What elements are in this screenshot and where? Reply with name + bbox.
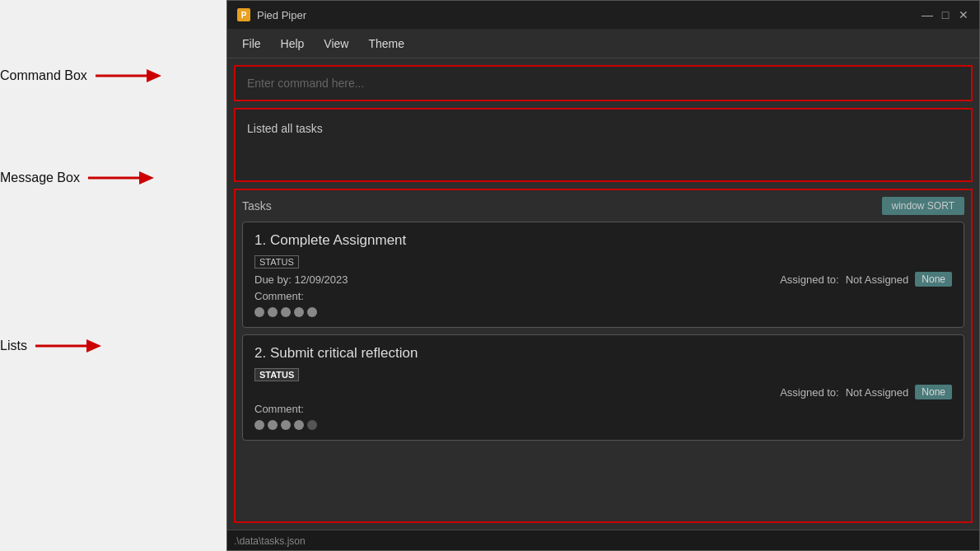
- command-input[interactable]: [236, 67, 971, 100]
- task-1-status: STATUS: [254, 254, 952, 272]
- dot: [294, 307, 304, 317]
- svg-marker-1: [147, 69, 161, 82]
- annotation-arrow-1: [96, 66, 161, 86]
- close-button[interactable]: ✕: [958, 9, 969, 21]
- dot: [294, 420, 304, 430]
- annotation-lists: Lists: [0, 336, 226, 356]
- annotation-command-box: Command Box: [0, 66, 226, 86]
- status-text: .\data\tasks.json: [234, 535, 306, 547]
- tasks-label: Tasks: [242, 199, 272, 212]
- menu-help[interactable]: Help: [273, 34, 313, 54]
- task-1-dots: [254, 307, 952, 317]
- menu-theme[interactable]: Theme: [360, 34, 413, 54]
- task-card-1: 1. Complete Assignment STATUS Due by: 12…: [242, 222, 964, 328]
- task-2-dots: [254, 420, 952, 430]
- main-window: P Pied Piper — □ ✕ File Help View Theme …: [226, 0, 980, 551]
- main-content: Listed all tasks Tasks window SORT 1. Co…: [227, 58, 979, 530]
- annotation-lists-label: Lists: [0, 339, 27, 353]
- dot: [254, 307, 264, 317]
- app-icon: P: [237, 8, 250, 21]
- task-1-meta: Due by: 12/09/2023 Assigned to: Not Assi…: [254, 272, 952, 287]
- task-2-status: STATUS: [254, 367, 952, 385]
- tasks-area: Tasks window SORT 1. Complete Assignment…: [234, 189, 973, 523]
- task-1-assigned: Assigned to: Not Assigned None: [780, 272, 952, 287]
- menu-file[interactable]: File: [234, 34, 269, 54]
- task-1-title: 1. Complete Assignment: [254, 232, 952, 249]
- annotation-message-label: Message Box: [0, 170, 80, 185]
- dot: [268, 307, 278, 317]
- svg-marker-3: [139, 171, 154, 184]
- title-bar-controls: — □ ✕: [922, 9, 969, 21]
- dot: [281, 420, 291, 430]
- task-2-assigned: Assigned to: Not Assigned None: [780, 385, 952, 399]
- window-title: Pied Piper: [257, 9, 306, 21]
- status-bar: .\data\tasks.json: [227, 530, 979, 550]
- command-box: [234, 65, 973, 101]
- annotation-arrow-3: [35, 336, 101, 356]
- title-bar: P Pied Piper — □ ✕: [227, 1, 979, 29]
- dot: [268, 420, 278, 430]
- dot: [281, 307, 291, 317]
- maximize-button[interactable]: □: [940, 9, 951, 21]
- menu-view[interactable]: View: [315, 34, 357, 54]
- dot: [254, 420, 264, 430]
- annotation-arrow-2: [88, 168, 154, 188]
- annotation-command-label: Command Box: [0, 68, 87, 83]
- dot: [307, 307, 317, 317]
- message-text: Listed all tasks: [247, 122, 323, 135]
- annotation-panel: Command Box Message Box Lists: [0, 0, 226, 551]
- annotation-message-box: Message Box: [0, 168, 226, 188]
- tasks-list: 1. Complete Assignment STATUS Due by: 12…: [242, 222, 964, 515]
- task-2-meta: Assigned to: Not Assigned None: [254, 385, 952, 399]
- task-card-2: 2. Submit critical reflection STATUS Ass…: [242, 334, 964, 441]
- title-bar-left: P Pied Piper: [237, 8, 306, 21]
- task-1-due: Due by: 12/09/2023: [254, 273, 348, 286]
- dot: [307, 420, 317, 430]
- task-2-comment: Comment:: [254, 403, 952, 415]
- svg-marker-5: [86, 339, 101, 353]
- tasks-header-row: Tasks window SORT: [242, 197, 964, 215]
- menu-bar: File Help View Theme: [227, 29, 979, 58]
- task-2-none-badge[interactable]: None: [915, 385, 952, 399]
- task-1-none-badge[interactable]: None: [915, 272, 952, 287]
- task-1-comment: Comment:: [254, 290, 952, 302]
- sort-button[interactable]: window SORT: [882, 197, 964, 215]
- message-box: Listed all tasks: [234, 108, 973, 182]
- minimize-button[interactable]: —: [922, 9, 933, 21]
- task-2-title: 2. Submit critical reflection: [254, 345, 952, 362]
